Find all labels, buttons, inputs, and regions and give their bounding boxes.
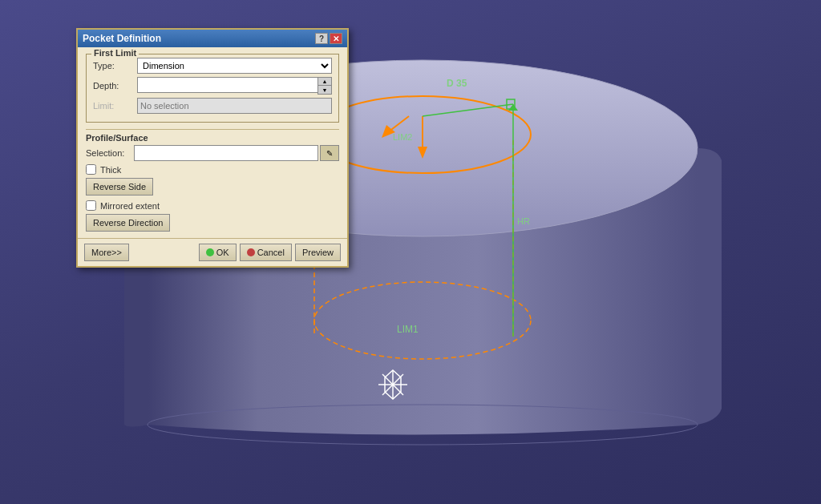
- cancel-button[interactable]: Cancel: [240, 244, 292, 261]
- limit-input: [137, 98, 332, 114]
- thick-row: Thick: [86, 164, 339, 175]
- selection-browse-button[interactable]: ✎: [320, 145, 339, 161]
- limit-row: Limit:: [93, 98, 332, 114]
- depth-spinner: 40mm ▲ ▼: [137, 77, 332, 95]
- more-button[interactable]: More>>: [84, 244, 129, 261]
- thick-label: Thick: [100, 165, 121, 175]
- thick-checkbox[interactable]: [86, 164, 96, 175]
- svg-line-8: [385, 116, 409, 135]
- ok-icon: [206, 248, 214, 256]
- label-hr: HR: [517, 216, 530, 226]
- reverse-side-button[interactable]: Reverse Side: [86, 178, 153, 196]
- close-button[interactable]: ✕: [330, 33, 342, 44]
- type-row: Type: Dimension Up to next Up to last Up…: [93, 58, 332, 74]
- spinner-down[interactable]: ▼: [318, 86, 331, 94]
- mirrored-extent-label: Mirrored extent: [100, 201, 160, 211]
- preview-button[interactable]: Preview: [295, 244, 341, 261]
- svg-line-11: [423, 104, 513, 116]
- svg-marker-7: [418, 147, 427, 159]
- type-label: Type:: [93, 61, 137, 71]
- svg-line-16: [382, 374, 403, 395]
- reverse-direction-button[interactable]: Reverse Direction: [86, 214, 170, 232]
- depth-row: Depth: 40mm ▲ ▼: [93, 77, 332, 95]
- dialog-title: Pocket Definition: [83, 33, 161, 44]
- svg-point-1: [148, 405, 698, 445]
- dialog-titlebar: Pocket Definition ? ✕: [78, 30, 347, 47]
- profile-surface-label: Profile/Surface: [86, 129, 339, 143]
- type-select[interactable]: Dimension Up to next Up to last Up to pl…: [137, 58, 332, 74]
- dialog-title-buttons: ? ✕: [315, 33, 342, 44]
- ok-label: OK: [216, 248, 229, 257]
- selection-label: Selection:: [86, 148, 134, 158]
- depth-label: Depth:: [93, 81, 137, 91]
- svg-line-17: [382, 374, 403, 395]
- mirrored-extent-row: Mirrored extent: [86, 200, 339, 211]
- spinner-buttons: ▲ ▼: [317, 77, 332, 95]
- help-button[interactable]: ?: [315, 33, 328, 44]
- selection-row: Selection: Sketch.2 ✎: [86, 145, 339, 161]
- label-d35: D 35: [447, 78, 467, 89]
- depth-input[interactable]: 40mm: [137, 77, 317, 93]
- limit-label: Limit:: [93, 101, 137, 111]
- svg-marker-18: [385, 370, 401, 399]
- mirrored-extent-checkbox[interactable]: [86, 200, 96, 211]
- svg-marker-12: [508, 104, 518, 111]
- pocket-definition-dialog: Pocket Definition ? ✕ First Limit Type: …: [76, 28, 349, 268]
- spinner-up[interactable]: ▲: [318, 78, 331, 86]
- label-lim1: LIM1: [397, 324, 419, 335]
- cancel-label: Cancel: [257, 248, 285, 257]
- svg-rect-19: [507, 99, 515, 109]
- svg-text:LIM2: LIM2: [393, 132, 412, 142]
- first-limit-group: First Limit Type: Dimension Up to next U…: [86, 54, 339, 123]
- svg-marker-9: [382, 125, 395, 138]
- first-limit-label: First Limit: [91, 48, 139, 58]
- dialog-footer: More>> OK Cancel Preview: [78, 238, 347, 266]
- selection-input[interactable]: Sketch.2: [134, 145, 318, 161]
- cancel-icon: [247, 248, 255, 256]
- ok-button[interactable]: OK: [199, 244, 237, 261]
- dialog-content: First Limit Type: Dimension Up to next U…: [78, 47, 347, 238]
- svg-point-3: [314, 282, 531, 359]
